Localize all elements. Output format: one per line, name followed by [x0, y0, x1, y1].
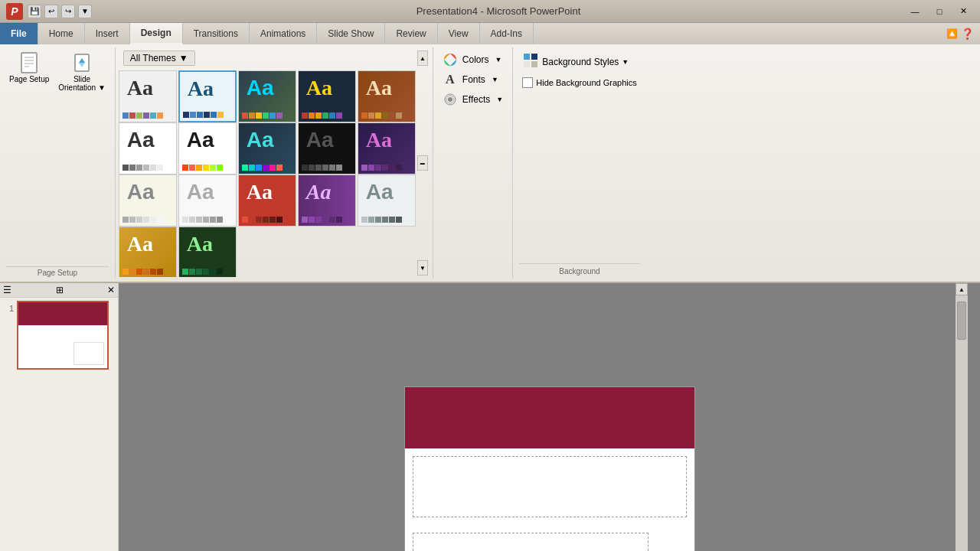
background-styles-arrow: ▼	[622, 58, 629, 66]
window-title: Presentation4 - Microsoft PowerPoint	[416, 5, 581, 17]
theme-item-13[interactable]: Aa	[238, 174, 296, 227]
theme-item-6[interactable]: Aa	[119, 122, 177, 174]
slide-orientation-icon	[70, 51, 94, 75]
background-styles-button[interactable]: Background Styles ▼	[519, 51, 639, 73]
tab-slide-show[interactable]: Slide Show	[317, 23, 385, 44]
slide-panel-header: ☰ ⊞ ✕	[0, 283, 118, 298]
effects-button[interactable]: Effects ▼	[439, 90, 506, 109]
theme-item-3[interactable]: Aa	[238, 70, 296, 122]
title-bar-icons: 💾 ↩ ↪ ▼	[28, 5, 92, 18]
page-setup-icon	[17, 51, 41, 75]
theme-item-8[interactable]: Aa	[238, 122, 296, 174]
theme-item-7[interactable]: Aa	[178, 122, 237, 174]
slide-canvas: P	[404, 386, 695, 552]
svg-rect-12	[524, 54, 530, 60]
tab-home[interactable]: Home	[38, 23, 85, 44]
fonts-label: Fonts	[462, 74, 485, 85]
save-icon[interactable]: 💾	[28, 5, 41, 18]
theme-item-5[interactable]: Aa	[358, 70, 416, 122]
hide-bg-checkbox[interactable]	[522, 77, 533, 88]
ribbon-tab-bar: File Home Insert Design Transitions Anim…	[0, 23, 980, 44]
theme-item-10[interactable]: Aa	[358, 122, 416, 174]
slide-preview-bg-1	[18, 302, 107, 325]
svg-rect-13	[531, 54, 537, 60]
tab-design[interactable]: Design	[130, 23, 183, 44]
slide-number-1: 1	[3, 301, 14, 370]
close-button[interactable]: ✕	[954, 5, 974, 18]
svg-rect-15	[531, 61, 537, 67]
theme-item-4[interactable]: Aa	[298, 70, 356, 122]
fonts-arrow: ▼	[492, 76, 498, 83]
effects-icon	[443, 92, 458, 107]
hide-bg-label: Hide Background Graphics	[536, 78, 636, 87]
quick-access-icon[interactable]: ▼	[78, 5, 92, 18]
slide-panel-close[interactable]: ✕	[107, 285, 115, 295]
background-styles-icon	[522, 52, 539, 71]
title-bar-left: P 💾 ↩ ↪ ▼	[6, 3, 92, 20]
all-themes-header: All Themes ▼	[119, 49, 416, 67]
hide-bg-row: Hide Background Graphics	[519, 76, 639, 90]
page-setup-items: Page Setup SlideOrientation ▼	[6, 49, 109, 265]
theme-item-9[interactable]: Aa	[298, 122, 356, 174]
slide-preview-1[interactable]	[17, 301, 109, 370]
help-btn[interactable]: ❓	[961, 28, 974, 40]
window-controls: — □ ✕	[905, 5, 974, 18]
fonts-icon: A	[443, 72, 458, 87]
theme-item-2[interactable]: Aa	[178, 70, 237, 122]
theme-item-12[interactable]: Aa	[178, 174, 237, 227]
main-area: ☰ ⊞ ✕ 1 ▲ ▼	[0, 283, 980, 551]
tab-review[interactable]: Review	[385, 23, 437, 44]
slide-panel-thumbnail-view[interactable]: ⊞	[56, 285, 64, 295]
theme-item-11[interactable]: Aa	[119, 174, 177, 227]
scroll-up-button[interactable]: ▲	[956, 283, 968, 295]
minimize-button[interactable]: —	[905, 5, 925, 18]
ribbon-customize-group: Colors ▼ A Fonts ▼ Effects ▼	[433, 47, 513, 279]
theme-item-17[interactable]: Aa	[178, 227, 237, 277]
slide-list: 1	[0, 298, 118, 551]
colors-arrow: ▼	[495, 56, 502, 64]
slide-orientation-label: SlideOrientation ▼	[58, 75, 106, 92]
page-setup-label: Page Setup	[9, 75, 49, 83]
scroll-track	[956, 295, 967, 551]
ribbon-collapse-btn[interactable]: 🔼	[946, 28, 958, 39]
svg-rect-14	[524, 61, 530, 67]
gallery-scroll-up[interactable]: ▲	[417, 51, 428, 66]
maximize-button[interactable]: □	[929, 5, 949, 18]
slide-text-box-1[interactable]	[413, 456, 687, 517]
theme-item-14[interactable]: Aa	[298, 174, 356, 227]
vertical-scrollbar: ▲ ▼	[956, 283, 968, 551]
slide-thumb-1[interactable]: 1	[3, 301, 115, 370]
svg-rect-0	[21, 53, 37, 73]
tab-insert[interactable]: Insert	[85, 23, 130, 44]
colors-button[interactable]: Colors ▼	[439, 51, 506, 69]
ribbon-group-page-setup: Page Setup SlideOrientation ▼ Page Setup	[0, 47, 116, 279]
scroll-thumb[interactable]	[957, 302, 966, 340]
effects-label: Effects	[462, 94, 490, 105]
ribbon-content: Page Setup SlideOrientation ▼ Page Setup…	[0, 44, 980, 282]
gallery-scroll-down[interactable]: ▼	[417, 260, 428, 276]
theme-item-16[interactable]: Aa	[119, 227, 177, 277]
theme-item-15[interactable]: Aa	[358, 174, 416, 227]
colors-label: Colors	[462, 54, 489, 65]
theme-item-1[interactable]: Aa	[119, 70, 177, 122]
all-themes-dropdown[interactable]: All Themes ▼	[123, 51, 195, 66]
ribbon: File Home Insert Design Transitions Anim…	[0, 23, 980, 283]
tab-add-ins[interactable]: Add-Ins	[480, 23, 534, 44]
tab-view[interactable]: View	[438, 23, 480, 44]
fonts-button[interactable]: A Fonts ▼	[439, 70, 506, 89]
gallery-scroll-middle[interactable]: ▬	[417, 155, 428, 171]
slide-panel: ☰ ⊞ ✕ 1	[0, 283, 119, 551]
tab-animations[interactable]: Animations	[250, 23, 317, 44]
page-setup-button[interactable]: Page Setup	[6, 49, 52, 85]
all-themes-label: All Themes	[130, 53, 176, 64]
tab-transitions[interactable]: Transitions	[183, 23, 250, 44]
slide-panel-list-view[interactable]: ☰	[3, 285, 11, 295]
slide-text-box-2[interactable]	[413, 533, 648, 552]
slide-top-bar	[405, 387, 694, 448]
slide-preview-content-1	[74, 342, 104, 365]
slide-orientation-button[interactable]: SlideOrientation ▼	[55, 49, 109, 93]
redo-icon[interactable]: ↪	[61, 5, 75, 18]
svg-point-11	[448, 97, 452, 102]
tab-file[interactable]: File	[0, 23, 38, 44]
undo-icon[interactable]: ↩	[44, 5, 58, 18]
